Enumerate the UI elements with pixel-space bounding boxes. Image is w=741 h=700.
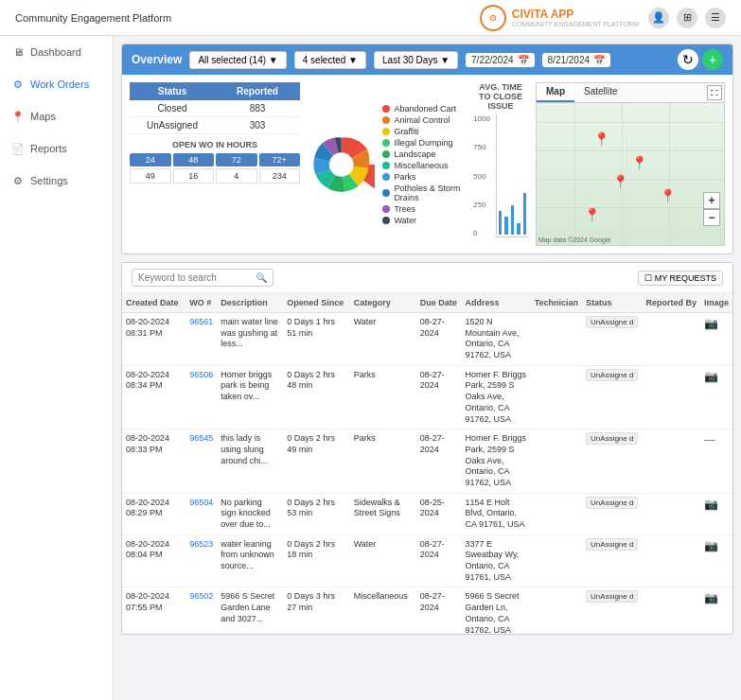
wo-link[interactable]: 96504 (189, 498, 213, 507)
legend-dot (382, 139, 390, 147)
image-icon[interactable]: 📷 (704, 498, 718, 511)
cell-address: 3377 E Sweatbay Wy, Ontario, CA 91761, U… (462, 534, 531, 587)
table-col-header[interactable]: Image (700, 293, 732, 313)
cell-wo[interactable]: 96545 (185, 429, 217, 493)
cell-wo[interactable]: 96561 (185, 313, 217, 366)
cell-image[interactable]: 📷 (700, 534, 732, 587)
map-expand-icon[interactable]: ⛶ (707, 85, 722, 100)
my-requests-checkbox[interactable]: ☐ (644, 273, 652, 283)
wo-link[interactable]: 96545 (189, 433, 213, 443)
status-row-closed: Closed 883 (130, 100, 300, 117)
map-pin-3[interactable]: 📍 (612, 174, 628, 189)
cell-address: 1520 N Mountain Ave, Ontario, CA 91762, … (462, 313, 531, 366)
image-icon[interactable]: 📷 (704, 591, 718, 604)
cell-desc: this lady is using slung around chi... (217, 429, 283, 493)
map-tab-satellite[interactable]: Satellite (574, 83, 627, 102)
table-col-header[interactable]: Category (350, 293, 416, 313)
search-box: 🔍 (132, 269, 273, 287)
hour-72plus[interactable]: 72+ (259, 153, 301, 166)
hour-48[interactable]: 48 (173, 153, 215, 166)
cell-wo[interactable]: 96504 (185, 493, 217, 534)
map-pin-5[interactable]: 📍 (584, 207, 600, 222)
cell-image[interactable]: 📷 (700, 313, 732, 366)
cell-image[interactable]: 📷 (700, 365, 732, 429)
image-icon[interactable]: — (704, 433, 715, 446)
table-scroll-container: Created DateWO #DescriptionOpened SinceC… (122, 293, 732, 634)
cell-due: 08-27-2024 (416, 587, 462, 634)
table-col-header[interactable]: Status (582, 293, 642, 313)
table-col-header[interactable]: WO # (185, 293, 217, 313)
wo-link[interactable]: 96506 (189, 370, 213, 379)
wo-link[interactable]: 96502 (189, 591, 213, 601)
my-requests-label: MY REQUESTS (655, 273, 716, 283)
zoom-in-button[interactable]: + (703, 192, 720, 209)
map-pin-1[interactable]: 📍 (593, 131, 609, 147)
cell-wo[interactable]: 96506 (185, 365, 217, 429)
sidebar-item-reports[interactable]: 📄 Reports (0, 132, 113, 165)
cell-technician (531, 365, 582, 429)
sidebar-item-work-orders[interactable]: ⚙ Work Orders (0, 68, 113, 100)
bar-3 (511, 205, 514, 235)
sidebar-item-maps[interactable]: 📍 Maps (0, 100, 113, 132)
wo-link[interactable]: 96561 (189, 317, 213, 326)
search-input[interactable] (138, 272, 252, 283)
cell-desc: No parking sign knocked over due to... (217, 493, 283, 534)
user-icon[interactable]: 👤 (648, 8, 669, 28)
sidebar-item-settings[interactable]: ⚙ Settings (0, 165, 113, 197)
pie-chart (308, 122, 375, 207)
cell-opened: 0 Days 2 hrs 18 min (283, 534, 349, 587)
table-col-header[interactable]: Created Date (122, 293, 185, 313)
my-requests-button[interactable]: ☐ MY REQUESTS (638, 271, 723, 286)
cell-image[interactable]: 📷 (700, 587, 732, 634)
date-range-filter[interactable]: Last 30 Days ▼ (374, 51, 458, 69)
cell-wo[interactable]: 96523 (185, 534, 217, 587)
table-col-header[interactable]: Opened Since (283, 293, 349, 313)
cell-due: 08-25-2024 (416, 493, 462, 534)
status-unassigned-count: 303 (215, 117, 300, 133)
zoom-out-button[interactable]: − (703, 209, 720, 226)
civita-logo-icon: ⊙ (480, 5, 506, 31)
overview-section: Overview All selected (14) ▼ 4 selected … (121, 44, 733, 254)
cell-wo[interactable]: 96502 (185, 587, 217, 634)
image-icon[interactable]: 📷 (704, 317, 718, 330)
status-panel: Status Reported Closed 883 UnAssigned 30… (130, 82, 300, 246)
map-view: 📍 📍 📍 📍 📍 + − Map data ©2024 Google (537, 103, 724, 245)
hour-val-48: 16 (173, 168, 215, 184)
cell-due: 08-27-2024 (416, 365, 462, 429)
calendar-to-icon[interactable]: 📅 (593, 55, 605, 65)
table-col-header[interactable]: Due Date (416, 293, 462, 313)
legend-label: Miscellaneous (394, 161, 448, 170)
map-pin-2[interactable]: 📍 (631, 155, 647, 170)
sidebar-item-dashboard[interactable]: 🖥 Dashboard (0, 36, 113, 68)
date-from-container: 7/22/2024 📅 (466, 53, 535, 67)
cell-image[interactable]: 📷 (700, 493, 732, 534)
image-icon[interactable]: 📷 (704, 370, 718, 383)
wo-link[interactable]: 96523 (189, 539, 213, 549)
cell-desc: main water line was gushing at less... (217, 313, 283, 366)
cell-created: 08-20-2024 08:04 PM (122, 534, 185, 587)
image-icon[interactable]: 📷 (704, 539, 718, 552)
cell-image[interactable]: — (700, 429, 732, 493)
hours-header: 24 48 72 72+ (130, 153, 300, 166)
grid-icon[interactable]: ⊞ (677, 8, 697, 28)
count-selected-filter[interactable]: 4 selected ▼ (294, 51, 366, 69)
cell-category: Water (350, 313, 416, 366)
legend-label: Parks (394, 172, 415, 182)
all-selected-filter[interactable]: All selected (14) ▼ (189, 51, 286, 69)
table-col-header[interactable]: Address (462, 293, 531, 313)
search-icon: 🔍 (256, 272, 267, 283)
table-col-header[interactable]: Description (217, 293, 283, 313)
map-pin-4[interactable]: 📍 (660, 188, 676, 203)
map-tab-map[interactable]: Map (537, 83, 574, 102)
hour-24[interactable]: 24 (130, 153, 171, 166)
add-button[interactable]: + (702, 49, 723, 70)
table-col-header[interactable]: Reported By (642, 293, 700, 313)
calendar-from-icon[interactable]: 📅 (518, 55, 529, 65)
refresh-button[interactable]: ↻ (678, 49, 698, 70)
hour-72[interactable]: 72 (216, 153, 257, 166)
status-table: Status Reported Closed 883 UnAssigned 30… (130, 82, 300, 134)
legend-item: Animal Control (382, 115, 466, 125)
table-col-header[interactable]: Technician (531, 293, 582, 313)
menu-icon[interactable]: ☰ (705, 8, 726, 28)
sidebar-label-settings: Settings (30, 175, 68, 186)
